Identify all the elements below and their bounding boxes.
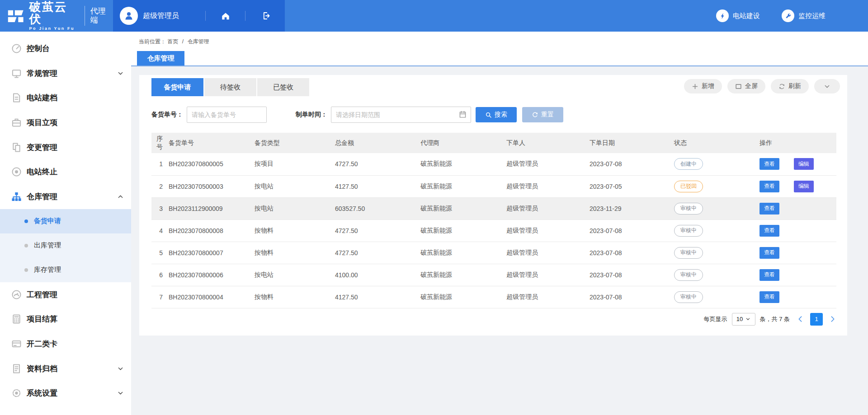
sidebar-subitem[interactable]: 库存管理 bbox=[0, 258, 131, 282]
cell-orderer: 超级管理员 bbox=[503, 242, 586, 264]
fullscreen-icon bbox=[735, 83, 742, 90]
sidebar-item[interactable]: 仓库管理 bbox=[0, 184, 131, 209]
person-icon bbox=[123, 10, 134, 21]
bullet-icon bbox=[24, 219, 28, 223]
search-button[interactable]: 搜索 bbox=[476, 107, 517, 122]
toolbar-button[interactable]: 新增 bbox=[684, 79, 722, 93]
header-quick-link[interactable]: 电站建设 bbox=[716, 9, 760, 22]
date-range-input[interactable] bbox=[331, 107, 471, 123]
top-strip: 当前位置： 首页 / 仓库管理 仓库管理 bbox=[131, 32, 868, 66]
home-button[interactable] bbox=[205, 11, 245, 21]
sidebar-item-label: 控制台 bbox=[27, 43, 50, 54]
per-page-select[interactable]: 10 bbox=[732, 313, 755, 326]
logout-button[interactable] bbox=[245, 11, 285, 21]
edit-button[interactable]: 编辑 bbox=[794, 158, 814, 170]
username: 超级管理员 bbox=[143, 11, 205, 21]
status-badge: 审核中 bbox=[674, 269, 703, 281]
refresh-icon bbox=[778, 83, 785, 90]
sidebar-item-label: 系统设置 bbox=[27, 388, 57, 398]
panel-toolbar: 新增 全屏 刷新 bbox=[684, 79, 840, 93]
toolbar-button-label: 刷新 bbox=[788, 82, 801, 90]
view-button[interactable]: 查看 bbox=[760, 225, 779, 237]
status-badge: 已驳回 bbox=[674, 181, 703, 192]
cell-amount: 4727.50 bbox=[331, 219, 417, 242]
view-button[interactable]: 查看 bbox=[760, 291, 779, 303]
toolbar-button[interactable] bbox=[814, 79, 840, 93]
panel-tab[interactable]: 备货申请 bbox=[151, 78, 203, 96]
sidebar-item[interactable]: 项目结算 bbox=[0, 307, 131, 332]
page-tab[interactable]: 仓库管理 bbox=[137, 51, 184, 65]
header-quick-link[interactable]: 监控运维 bbox=[782, 9, 826, 22]
table-column-header: 代理商 bbox=[417, 133, 503, 153]
table-row: 1 BH2023070800005 按项目 4727.50 破茧新能源 超级管理… bbox=[151, 153, 836, 175]
cell-type: 按电站 bbox=[251, 175, 331, 197]
cell-actions: 查看编辑 bbox=[756, 153, 836, 175]
view-button[interactable]: 查看 bbox=[760, 203, 779, 214]
toolbar-button-label: 全屏 bbox=[745, 82, 758, 90]
panel-tab[interactable]: 已签收 bbox=[257, 78, 309, 96]
panel-tabs: 备货申请待签收已签收 bbox=[151, 78, 309, 96]
view-button[interactable]: 查看 bbox=[760, 158, 779, 170]
cell-index: 2 bbox=[151, 175, 165, 197]
logout-icon bbox=[260, 11, 270, 21]
plus-icon bbox=[692, 83, 698, 90]
next-page-button[interactable] bbox=[829, 315, 836, 323]
avatar[interactable] bbox=[120, 7, 138, 25]
sidebar-item[interactable]: 系统设置 bbox=[0, 381, 131, 406]
sidebar-item[interactable]: 项目立项 bbox=[0, 110, 131, 135]
sidebar-item[interactable]: 电站建档 bbox=[0, 85, 131, 110]
gauge-icon bbox=[11, 43, 22, 54]
sidebar-submenu: 备货申请 出库管理 库存管理 bbox=[0, 209, 131, 282]
view-button[interactable]: 查看 bbox=[760, 269, 779, 281]
toolbar-button[interactable]: 全屏 bbox=[727, 79, 765, 93]
cell-actions: 查看 bbox=[756, 219, 836, 242]
sidebar-item[interactable]: 变更管理 bbox=[0, 135, 131, 160]
sidebar-item[interactable]: 控制台 bbox=[0, 36, 131, 61]
cell-type: 按物料 bbox=[251, 242, 331, 264]
chevron-icon bbox=[117, 70, 124, 77]
orders-table: 序号备货单号备货类型总金额代理商下单人下单日期状态操作 1 BH20230708… bbox=[151, 133, 836, 308]
cell-type: 按物料 bbox=[251, 219, 331, 242]
panel-tab[interactable]: 待签收 bbox=[204, 78, 256, 96]
order-no-input[interactable] bbox=[187, 107, 267, 123]
table-column-header: 下单人 bbox=[503, 133, 586, 153]
brand-title: 破茧云伏 bbox=[29, 1, 79, 26]
sidebar-item-label: 工程管理 bbox=[27, 289, 57, 300]
sidebar-item[interactable]: 常规管理 bbox=[0, 61, 131, 86]
edit-button[interactable]: 编辑 bbox=[794, 181, 814, 192]
cell-amount: 4727.50 bbox=[331, 242, 417, 264]
page-number-button[interactable]: 1 bbox=[810, 313, 823, 326]
cell-order-no: BH2023070800008 bbox=[165, 219, 251, 242]
order-no-label: 备货单号： bbox=[151, 111, 183, 119]
toolbar-button[interactable]: 刷新 bbox=[771, 79, 809, 93]
sidebar-item[interactable]: 开二类卡 bbox=[0, 331, 131, 356]
portal-label: 代理端 bbox=[85, 6, 113, 26]
table-column-header: 下单日期 bbox=[586, 133, 670, 153]
reset-button[interactable]: 重置 bbox=[522, 107, 563, 122]
cell-orderer: 超级管理员 bbox=[503, 153, 586, 175]
sidebar-item-label: 仓库管理 bbox=[27, 191, 57, 202]
sidebar-subitem[interactable]: 出库管理 bbox=[0, 233, 131, 258]
cell-actions: 查看编辑 bbox=[756, 175, 836, 197]
cell-date: 2023-07-08 bbox=[586, 264, 670, 286]
sidebar-subitem-label: 备货申请 bbox=[34, 217, 61, 225]
chevron-right-icon bbox=[829, 315, 836, 323]
cell-agent: 破茧新能源 bbox=[417, 242, 503, 264]
cell-amount: 4100.00 bbox=[331, 264, 417, 286]
lightning-icon bbox=[716, 9, 729, 22]
sidebar-item[interactable]: 工程管理 bbox=[0, 282, 131, 307]
panel-header: 备货申请待签收已签收 新增 全屏 刷新 bbox=[139, 75, 847, 96]
view-button[interactable]: 查看 bbox=[760, 247, 779, 259]
sidebar-subitem[interactable]: 备货申请 bbox=[0, 209, 131, 233]
view-button[interactable]: 查看 bbox=[760, 181, 779, 192]
chevron-left-icon bbox=[797, 315, 804, 323]
cell-orderer: 超级管理员 bbox=[503, 264, 586, 286]
sidebar-item[interactable]: 资料归档 bbox=[0, 356, 131, 381]
bullet-icon bbox=[24, 268, 28, 272]
prev-page-button[interactable] bbox=[797, 315, 804, 323]
cell-index: 5 bbox=[151, 242, 165, 264]
table-column-header: 备货单号 bbox=[165, 133, 251, 153]
breadcrumb-home[interactable]: 首页 bbox=[167, 38, 178, 45]
cell-agent: 破茧新能源 bbox=[417, 219, 503, 242]
sidebar-item[interactable]: 电站终止 bbox=[0, 159, 131, 184]
